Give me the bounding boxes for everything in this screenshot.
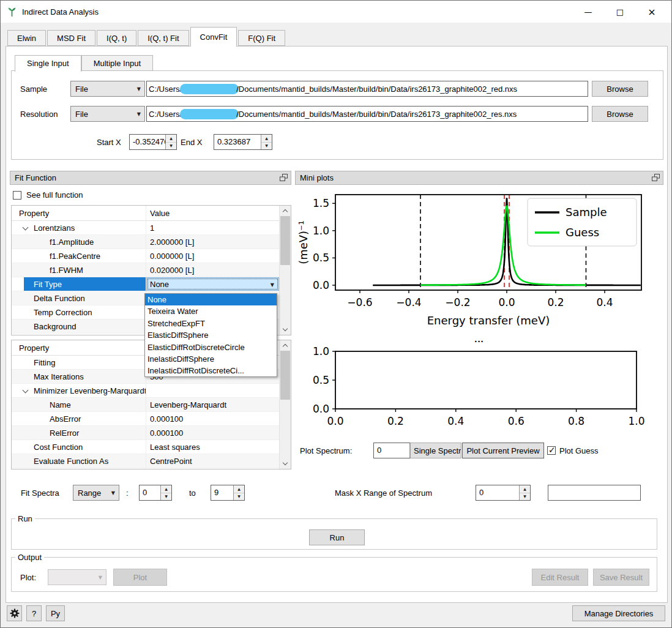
resolution-browse-button[interactable]: Browse <box>592 106 648 122</box>
mask-spectrum-spinbox[interactable]: 0 ▲▼ <box>476 485 531 501</box>
run-button[interactable]: Run <box>309 529 365 545</box>
property-label: f1.PeakCentre <box>50 252 100 261</box>
scroll-down-icon[interactable] <box>280 324 291 335</box>
subtab-multiple-input[interactable]: Multiple Input <box>81 55 153 71</box>
mini-plots-header[interactable]: Mini plots <box>295 171 663 185</box>
expander-icon[interactable] <box>23 387 29 394</box>
spin-up-icon[interactable]: ▲ <box>234 485 244 493</box>
scrollbar-thumb[interactable] <box>280 216 290 265</box>
end-x-spinbox[interactable]: 0.323687 ▲▼ <box>214 134 272 150</box>
run-group-label: Run <box>15 514 35 523</box>
scrollbar-vertical[interactable] <box>279 206 291 335</box>
expander-icon[interactable] <box>23 225 29 231</box>
property-name: Lorentzians <box>12 221 146 234</box>
dropdown-item[interactable]: ElasticDiffSphere <box>145 329 277 341</box>
preview-plot[interactable]: −0.6−0.4−0.20.00.20.40.00.51.01.5Energy … <box>295 186 663 339</box>
fit-function-header[interactable]: Fit Function <box>10 171 291 185</box>
spin-down-icon[interactable]: ▼ <box>520 493 530 501</box>
start-x-spinbox[interactable]: -0.352476 ▲▼ <box>129 134 177 150</box>
close-button[interactable]: × <box>636 1 668 23</box>
subtab-single-input[interactable]: Single Input <box>15 55 81 72</box>
property-row[interactable]: Minimizer Levenberg-Marquardt <box>12 384 291 398</box>
resolution-mode-combo[interactable]: File ▼ <box>70 106 145 122</box>
sample-path-input[interactable]: C:/Users//Documents/mantid_builds/Master… <box>146 81 588 97</box>
float-panel-icon[interactable] <box>652 174 660 182</box>
save-result-button[interactable]: Save Result <box>593 569 649 586</box>
fit-spectra-mode-combo[interactable]: Range ▼ <box>73 485 119 501</box>
scroll-down-icon[interactable] <box>280 458 291 469</box>
x-axis-label: Energy transfer (meV) <box>427 314 550 327</box>
spin-down-icon[interactable]: ▼ <box>161 493 171 501</box>
property-row[interactable]: f1.PeakCentre0.000000 [L] <box>12 249 291 263</box>
plot-current-preview-button[interactable]: Plot Current Preview <box>462 443 544 458</box>
property-row[interactable]: Lorentzians1 <box>12 221 291 235</box>
splitter-handle[interactable]: ... <box>295 334 663 344</box>
dropdown-item[interactable]: ElasticDiffRotDiscreteCircle <box>145 342 277 353</box>
plot-controls-row: Plot Spectrum: 0 ▲▼ Single Spectrum Plot… <box>295 443 663 460</box>
tab-convfit[interactable]: ConvFit <box>190 27 237 47</box>
single-spectrum-button[interactable]: Single Spectrum <box>410 443 461 458</box>
fit-type-combobox[interactable]: None▼ <box>146 277 279 291</box>
scrollbar-thumb[interactable] <box>280 351 290 400</box>
spin-up-icon[interactable]: ▲ <box>161 485 171 493</box>
property-row[interactable]: Evaluate Function AsCentrePoint <box>12 454 291 468</box>
resolution-path-input[interactable]: C:/Users//Documents/mantid_builds/Master… <box>146 106 588 122</box>
output-plot-combo[interactable]: ▼ <box>48 569 106 585</box>
plot-frame <box>335 351 637 409</box>
fit-spectra-to-spinbox[interactable]: 9 ▲▼ <box>211 485 245 501</box>
property-row[interactable]: f1.Amplitude2.000000 [L] <box>12 235 291 249</box>
scrollbar-vertical[interactable] <box>279 340 291 469</box>
tab-f-q-fit[interactable]: F(Q) Fit <box>238 30 285 46</box>
property-row[interactable]: Cost FunctionLeast squares <box>12 440 291 454</box>
tab-i-q-t-fit[interactable]: I(Q, t) Fit <box>138 30 189 46</box>
spinner-arrows[interactable]: ▲▼ <box>261 135 272 149</box>
tab-msd-fit[interactable]: MSD Fit <box>47 30 95 46</box>
sample-mode-combo[interactable]: File ▼ <box>70 81 145 97</box>
column-header: Value <box>146 206 279 220</box>
property-label: Background <box>34 322 76 331</box>
sample-browse-button[interactable]: Browse <box>592 81 648 97</box>
spinner-arrows[interactable]: ▲▼ <box>160 485 171 500</box>
property-row[interactable]: RelError0.000100 <box>12 426 291 440</box>
dropdown-item[interactable]: StretchedExpFT <box>145 318 277 329</box>
property-row[interactable]: Fit TypeNone▼ <box>12 277 291 291</box>
dropdown-item[interactable]: None <box>145 294 277 305</box>
scroll-up-icon[interactable] <box>280 206 291 216</box>
spin-up-icon[interactable]: ▲ <box>261 135 272 142</box>
edit-result-button[interactable]: Edit Result <box>532 569 588 586</box>
x-tick-label: 0.2 <box>387 415 404 427</box>
minimize-button[interactable]: — <box>572 1 604 23</box>
scroll-up-icon[interactable] <box>280 340 291 351</box>
plot-guess-checkbox[interactable] <box>547 446 556 455</box>
mask-range-input[interactable] <box>548 485 641 501</box>
float-panel-icon[interactable] <box>280 174 288 182</box>
spin-down-icon[interactable]: ▼ <box>261 142 272 150</box>
spinner-arrows[interactable]: ▲▼ <box>233 485 244 500</box>
spinner-arrows[interactable]: ▲▼ <box>519 485 530 500</box>
see-full-function-checkbox[interactable] <box>13 191 21 200</box>
dropdown-item[interactable]: Teixeira Water <box>145 305 277 317</box>
spin-down-icon[interactable]: ▼ <box>166 142 176 150</box>
spin-up-icon[interactable]: ▲ <box>520 485 530 493</box>
column-header-label: Property <box>19 209 49 218</box>
dropdown-item[interactable]: InelasticDiffRotDiscreteCi... <box>145 365 277 376</box>
python-export-button[interactable]: Py <box>46 605 65 621</box>
settings-button[interactable] <box>7 605 22 621</box>
dropdown-item[interactable]: InelasticDiffSphere <box>145 353 277 365</box>
manage-directories-button[interactable]: Manage Directories <box>572 605 665 621</box>
spin-down-icon[interactable]: ▼ <box>234 493 244 501</box>
fit-spectra-from-spinbox[interactable]: 0 ▲▼ <box>139 485 172 501</box>
maximize-button[interactable]: □ <box>604 1 636 23</box>
property-row[interactable]: f1.FWHM0.020000 [L] <box>12 263 291 277</box>
property-label: Temp Correction <box>34 308 92 317</box>
spinner-arrows[interactable]: ▲▼ <box>165 135 176 149</box>
output-plot-button[interactable]: Plot <box>113 569 167 586</box>
tab-i-q-t-[interactable]: I(Q, t) <box>97 30 136 46</box>
property-row[interactable]: NameLevenberg-Marquardt <box>12 398 291 412</box>
difference-plot[interactable]: 0.00.20.40.60.81.00.00.51.0 <box>295 346 663 428</box>
help-button[interactable]: ? <box>26 605 42 621</box>
tab-elwin[interactable]: Elwin <box>7 30 46 46</box>
main-tab-bar: ElwinMSD FitI(Q, t)I(Q, t) FitConvFitF(Q… <box>7 29 286 46</box>
property-row[interactable]: AbsError0.000100 <box>12 412 291 426</box>
spin-up-icon[interactable]: ▲ <box>166 135 176 142</box>
